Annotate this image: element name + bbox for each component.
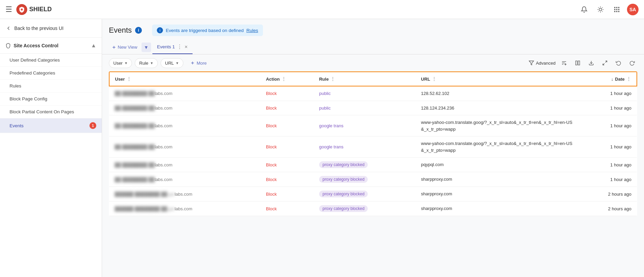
- user-filter-button[interactable]: User ▼: [109, 58, 132, 68]
- cell-date: 1 hour ago: [578, 115, 637, 136]
- cell-user: ██ ████████ ██labs.com: [109, 101, 261, 115]
- cell-rule: public: [314, 101, 416, 115]
- notifications-icon[interactable]: [578, 3, 590, 16]
- cell-action: Block: [261, 115, 314, 136]
- cell-rule: proxy category blocked: [314, 158, 416, 172]
- cell-user: ██ ████████ ██labs.com: [109, 86, 261, 101]
- menu-icon[interactable]: ☰: [5, 5, 12, 14]
- col-user: User ⋮: [109, 72, 261, 86]
- download-icon[interactable]: [586, 58, 596, 68]
- undo-icon[interactable]: [613, 58, 624, 68]
- advanced-label: Advanced: [536, 61, 556, 66]
- url-filter-label: URL: [165, 61, 174, 66]
- sidebar-item-user-defined-categories[interactable]: User Defined Categories: [0, 54, 102, 67]
- svg-line-32: [603, 63, 605, 65]
- tab-expand-button[interactable]: ▼: [142, 43, 151, 52]
- apps-icon[interactable]: [611, 3, 623, 16]
- page-info-icon[interactable]: i: [135, 27, 142, 34]
- cell-url: www-yahoo-com.translate.goog/?_x_tr_sl=a…: [416, 115, 578, 136]
- fullscreen-icon[interactable]: [600, 58, 610, 68]
- action-col-options[interactable]: ⋮: [281, 76, 286, 82]
- events-badge: 1: [89, 122, 96, 129]
- top-nav: ☰ SHIELD SA: [0, 0, 644, 19]
- cell-url: 128.124.234.236: [416, 101, 578, 115]
- new-view-button[interactable]: New View: [109, 41, 140, 53]
- advanced-button[interactable]: Advanced: [529, 60, 556, 66]
- rule-filter-button[interactable]: Rule ▼: [135, 58, 158, 68]
- back-button[interactable]: Back to the previous UI: [0, 19, 102, 38]
- sidebar-item-block-partial-content[interactable]: Block Partial Content On Pages: [0, 105, 102, 118]
- svg-line-8: [598, 11, 599, 12]
- table-body: ██ ████████ ██labs.comBlockpublic128.52.…: [109, 86, 637, 216]
- cell-action: Block: [261, 86, 314, 101]
- sort-icon[interactable]: [559, 58, 569, 68]
- sidebar-item-predefined-categories[interactable]: Predefined Categories: [0, 67, 102, 80]
- cell-user: ██████ ████████ ██.gatlabs.com: [109, 187, 261, 201]
- svg-point-1: [599, 8, 602, 11]
- cell-user: ██ ████████ ██labs.com: [109, 158, 261, 172]
- banner-info-icon: i: [157, 27, 163, 33]
- avatar[interactable]: SA: [627, 4, 639, 15]
- more-label: More: [197, 61, 207, 66]
- info-banner-text: Events are triggered based on defined: [166, 28, 244, 33]
- cell-date: 1 hour ago: [578, 86, 637, 101]
- page-header: Events i i Events are triggered based on…: [102, 19, 644, 40]
- tab-close-icon[interactable]: ✕: [184, 45, 188, 49]
- more-button[interactable]: More: [186, 59, 211, 68]
- tab-label: Events 1: [157, 44, 175, 49]
- tab-options-icon[interactable]: ⋮: [177, 44, 182, 50]
- cell-user: ██████ ████████ ██.gatlabs.com: [109, 201, 261, 216]
- shield-logo-icon: [16, 4, 27, 15]
- cell-date: 1 hour ago: [578, 158, 637, 172]
- app-title: SHIELD: [29, 6, 52, 13]
- events-table: User ⋮ Action ⋮ Rule: [109, 71, 637, 216]
- info-banner-link[interactable]: Rules: [246, 28, 258, 33]
- toolbar: User ▼ Rule ▼ URL ▼ More Advanced: [102, 54, 644, 71]
- sidebar-item-rules[interactable]: Rules: [0, 80, 102, 93]
- url-filter-button[interactable]: URL ▼: [161, 58, 183, 68]
- svg-rect-17: [616, 11, 617, 12]
- user-filter-chevron-icon: ▼: [124, 61, 128, 65]
- shield-icon: [5, 43, 11, 48]
- table-container: User ⋮ Action ⋮ Rule: [102, 71, 644, 277]
- refresh-icon[interactable]: [627, 58, 637, 68]
- cell-rule: proxy category blocked: [314, 201, 416, 216]
- chevron-up-icon: ▲: [91, 43, 96, 49]
- logo: SHIELD: [16, 4, 52, 15]
- new-view-label: New View: [118, 45, 137, 50]
- col-rule: Rule ⋮: [314, 72, 416, 86]
- cell-rule: google trans: [314, 115, 416, 136]
- svg-rect-29: [578, 61, 580, 65]
- cell-user: ██ ████████ ██labs.com: [109, 115, 261, 136]
- col-url: URL ⋮: [416, 72, 578, 86]
- tab-events-1[interactable]: Events 1 ⋮ ✕: [152, 40, 193, 54]
- url-col-options[interactable]: ⋮: [432, 76, 436, 82]
- sidebar-item-events[interactable]: Events 1: [0, 118, 102, 133]
- rule-col-options[interactable]: ⋮: [330, 76, 335, 82]
- sidebar-section-site-access[interactable]: Site Access Control ▲: [0, 38, 102, 54]
- brightness-icon[interactable]: [594, 3, 607, 16]
- svg-marker-23: [529, 61, 534, 65]
- cell-rule: proxy category blocked: [314, 187, 416, 201]
- user-col-options[interactable]: ⋮: [127, 76, 131, 82]
- table-row: ██ ████████ ██labs.comBlockpublic128.52.…: [109, 86, 637, 101]
- back-label: Back to the previous UI: [14, 26, 64, 31]
- cell-action: Block: [261, 187, 314, 201]
- cell-date: 2 hours ago: [578, 187, 637, 201]
- svg-rect-10: [614, 7, 615, 8]
- columns-icon[interactable]: [573, 58, 583, 68]
- cell-rule: proxy category blocked: [314, 172, 416, 187]
- tabs-bar: New View ▼ Events 1 ⋮ ✕: [102, 40, 644, 54]
- svg-line-5: [602, 11, 602, 12]
- sidebar-section-label: Site Access Control: [14, 43, 59, 48]
- svg-rect-11: [616, 7, 617, 8]
- sidebar-item-block-page-config[interactable]: Block Page Config: [0, 93, 102, 105]
- col-action: Action ⋮: [261, 72, 314, 86]
- cell-url: sharpproxy.com: [416, 172, 578, 187]
- cell-url: www-yahoo-com.translate.goog/?_x_tr_sl=a…: [416, 136, 578, 158]
- date-col-options[interactable]: ⋮: [626, 76, 631, 82]
- page-title: Events: [109, 26, 132, 35]
- sort-arrow-icon: ↓: [611, 77, 613, 82]
- svg-rect-14: [616, 9, 617, 10]
- toolbar-right: Advanced: [529, 58, 637, 68]
